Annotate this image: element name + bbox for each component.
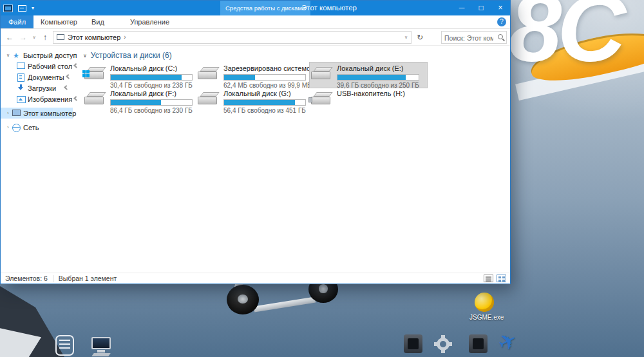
- status-bar: Элементов: 6 Выбран 1 элемент: [1, 273, 510, 284]
- capacity-bar: [110, 99, 193, 106]
- gear-icon: [437, 338, 450, 351]
- search-input[interactable]: [442, 32, 496, 44]
- large-icons-view-button[interactable]: [497, 275, 506, 282]
- window-title: Этот компьютер: [301, 1, 357, 15]
- wallpaper-gear-axle: [254, 297, 316, 313]
- selection-status: Выбран 1 элемент: [59, 275, 117, 282]
- download-icon: [16, 84, 25, 92]
- file-list-pane: ∨ Устройства и диски (6) Локальный диск …: [73, 46, 510, 273]
- sidebar-item-label: Этот компьютер: [23, 110, 76, 117]
- back-button[interactable]: ←: [4, 33, 15, 42]
- expand-chevron-icon[interactable]: ›: [5, 111, 12, 115]
- window-icon: [3, 5, 13, 12]
- desktop-icon-dcs[interactable]: [404, 334, 422, 353]
- desktop-icon-flight-sim[interactable]: ✈: [493, 326, 522, 357]
- drive-tile-e[interactable]: Локальный диск (E:) 39,6 ГБ свободно из …: [310, 63, 427, 88]
- keyboard-icon: [91, 353, 111, 356]
- drive-free-space: 56,4 ГБ свободно из 451 ГБ: [223, 107, 306, 114]
- desktop-icon-label: JSGME.exe: [469, 314, 499, 321]
- ribbon-tab-row: Файл Компьютер Вид Управление ?: [1, 15, 510, 29]
- drive-free-space: 86,4 ГБ свободно из 230 ГБ: [110, 107, 193, 114]
- recent-locations-dropdown-icon[interactable]: ∨: [31, 35, 37, 40]
- sidebar-item-pictures[interactable]: Изображения: [1, 93, 73, 104]
- qat-customize-icon[interactable]: ▾: [32, 1, 34, 15]
- tab-computer[interactable]: Компьютер: [33, 15, 84, 28]
- breadcrumb-chevron-icon[interactable]: ›: [124, 34, 126, 41]
- gear-tooth: [448, 342, 452, 346]
- breadcrumb[interactable]: Этот компьютер: [68, 34, 120, 41]
- close-button[interactable]: ×: [491, 1, 510, 15]
- group-header-devices-and-drives[interactable]: ∨ Устройства и диски (6): [83, 51, 510, 60]
- address-bar-row: ← → ∨ ↑ Этот компьютер › ∨ ↻: [1, 29, 510, 46]
- up-button[interactable]: ↑: [39, 33, 51, 42]
- search-icon: [498, 34, 503, 39]
- pin-icon: [62, 85, 68, 91]
- sidebar-item-desktop[interactable]: Рабочий стол: [1, 61, 73, 72]
- sidebar-item-label: Изображения: [28, 95, 72, 103]
- sidebar-item-network[interactable]: › Сеть: [1, 122, 73, 133]
- desktop-icon-settings[interactable]: [434, 335, 452, 353]
- search-box[interactable]: [441, 31, 507, 44]
- computer-icon: [12, 110, 21, 117]
- refresh-button[interactable]: ↻: [413, 33, 426, 42]
- quick-access-star-icon: ★: [12, 52, 21, 59]
- tab-manage[interactable]: Управление: [123, 15, 176, 28]
- pin-icon: [72, 63, 78, 69]
- hard-drive-icon: [311, 66, 333, 81]
- desktop-icon-dcs[interactable]: [469, 334, 488, 353]
- drive-tile-d[interactable]: Зарезервировано системой (D:) 62,4 МБ св…: [196, 63, 310, 88]
- hard-drive-icon: [84, 91, 106, 106]
- drive-tile-c[interactable]: Локальный диск (C:) 30,4 ГБ свободно из …: [83, 63, 196, 88]
- capacity-bar: [110, 74, 193, 81]
- tab-view[interactable]: Вид: [84, 15, 111, 28]
- expand-chevron-icon[interactable]: ›: [5, 125, 12, 130]
- capacity-bar: [223, 74, 306, 81]
- details-view-button[interactable]: [484, 275, 493, 282]
- navigation-pane: ∨ ★ Быстрый доступ Рабочий стол Документ…: [1, 46, 73, 273]
- desktop-icon-jsgme[interactable]: JSGME.exe: [469, 293, 499, 321]
- sidebar-item-quick-access[interactable]: ∨ ★ Быстрый доступ: [1, 50, 73, 61]
- window-main: ∨ ★ Быстрый доступ Рабочий стол Документ…: [1, 46, 510, 273]
- this-pc-icon: [57, 34, 64, 41]
- drive-tile-f[interactable]: Локальный диск (F:) 86,4 ГБ свободно из …: [83, 88, 196, 113]
- quick-access-toolbar: ▾: [1, 1, 34, 15]
- usb-drive-icon: [311, 91, 333, 106]
- capacity-bar: [337, 74, 419, 81]
- group-header-label: Устройства и диски (6): [91, 51, 172, 60]
- drive-name: Локальный диск (F:): [110, 90, 193, 98]
- sidebar-item-this-pc[interactable]: › Этот компьютер: [1, 108, 73, 119]
- desktop-icon-computer[interactable]: [90, 337, 112, 356]
- forward-button[interactable]: →: [17, 33, 29, 42]
- collapse-chevron-icon[interactable]: ∨: [83, 53, 87, 59]
- wallpaper-registration-text: 8C: [509, 0, 621, 76]
- drive-name: Локальный диск (E:): [337, 64, 419, 73]
- drive-tile-g[interactable]: Локальный диск (G:) 56,4 ГБ свободно из …: [196, 88, 310, 113]
- explorer-window: ▾ Средства работы с дисками Этот компьют…: [0, 0, 511, 284]
- drive-name: Зарезервировано системой (D:): [223, 64, 307, 73]
- status-separator: [53, 275, 53, 282]
- drive-tile-h[interactable]: USB-накопитель (H:): [310, 88, 427, 113]
- expand-chevron-icon[interactable]: ∨: [5, 53, 12, 58]
- sidebar-item-downloads[interactable]: Загрузки: [1, 82, 73, 93]
- gear-tooth: [434, 342, 438, 346]
- qat-properties-icon[interactable]: [18, 5, 26, 12]
- network-icon: [12, 124, 21, 131]
- address-bar[interactable]: Этот компьютер › ∨: [53, 31, 412, 44]
- address-dropdown-icon[interactable]: ∨: [404, 35, 408, 40]
- sidebar-item-label: Сеть: [23, 124, 39, 131]
- monitor-icon: [91, 337, 111, 349]
- tab-file[interactable]: Файл: [1, 15, 33, 28]
- desktop-icon-notes[interactable]: [55, 335, 74, 356]
- contextual-tab-drive-tools[interactable]: Средства работы с дисками: [220, 1, 310, 15]
- document-icon: [16, 73, 25, 81]
- maximize-button[interactable]: □: [471, 1, 491, 15]
- capacity-bar: [223, 99, 306, 106]
- help-button[interactable]: ?: [497, 17, 506, 26]
- sidebar-item-documents[interactable]: Документы: [1, 72, 73, 82]
- sidebar-item-label: Рабочий стол: [28, 63, 72, 70]
- items-count: Элементов: 6: [5, 275, 48, 282]
- minimize-button[interactable]: ─: [452, 1, 471, 15]
- sidebar-item-label: Загрузки: [28, 84, 56, 92]
- title-bar: ▾ Средства работы с дисками Этот компьют…: [1, 1, 510, 15]
- drive-name: USB-накопитель (H:): [337, 90, 405, 98]
